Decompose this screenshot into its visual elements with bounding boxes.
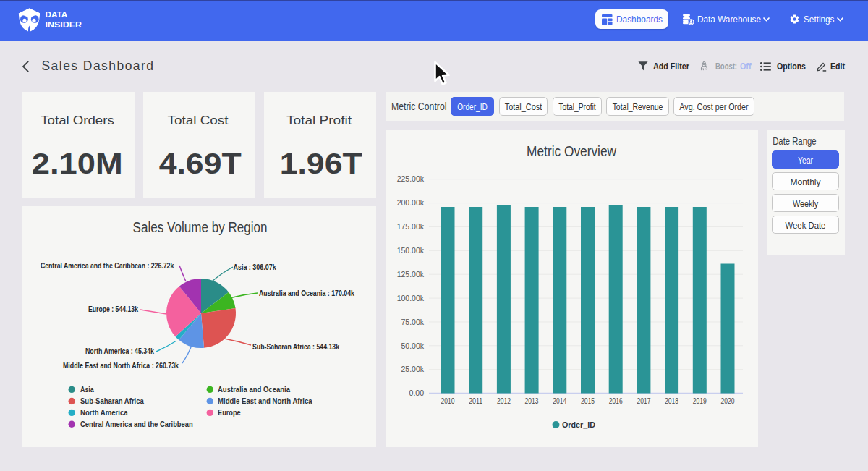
svg-text:Total Cost: Total Cost xyxy=(168,114,229,127)
svg-text:Metric Control: Metric Control xyxy=(391,101,447,112)
svg-text:2013: 2013 xyxy=(525,396,539,405)
svg-text:Middle East and North Africa :: Middle East and North Africa : 260.73k xyxy=(63,361,179,370)
svg-text:25.00k: 25.00k xyxy=(401,365,424,373)
svg-text:Monthly: Monthly xyxy=(790,177,820,187)
svg-text:Total Profit: Total Profit xyxy=(286,114,352,127)
svg-text:Total_Cost: Total_Cost xyxy=(505,101,542,112)
svg-text:2016: 2016 xyxy=(609,396,623,405)
svg-text:Order_ID: Order_ID xyxy=(457,101,488,112)
svg-text:Australia and Oceania : 170.04: Australia and Oceania : 170.04k xyxy=(259,289,355,297)
svg-text:Asia: Asia xyxy=(80,385,94,394)
svg-text:Australia and Oceania: Australia and Oceania xyxy=(218,385,290,394)
svg-text:DATA: DATA xyxy=(46,10,68,19)
svg-text:Data Warehouse: Data Warehouse xyxy=(697,14,761,25)
svg-text:150.00k: 150.00k xyxy=(397,246,425,255)
svg-text:Total_Revenue: Total_Revenue xyxy=(613,101,663,112)
svg-text:Settings: Settings xyxy=(804,14,835,25)
svg-text:Europe: Europe xyxy=(218,408,241,417)
svg-text:Weekly: Weekly xyxy=(793,198,818,209)
svg-text:Dashboards: Dashboards xyxy=(616,14,663,25)
svg-text:Total_Profit: Total_Profit xyxy=(558,101,596,112)
svg-text:Sub-Saharan Africa : 544.13k: Sub-Saharan Africa : 544.13k xyxy=(252,342,340,351)
svg-text:4.69T: 4.69T xyxy=(159,147,242,180)
svg-text:2.10M: 2.10M xyxy=(32,147,123,180)
svg-text:Options: Options xyxy=(777,61,806,72)
svg-text:1.96T: 1.96T xyxy=(280,147,362,180)
svg-text:200.00k: 200.00k xyxy=(397,198,425,207)
svg-text:Sales Volume by Region: Sales Volume by Region xyxy=(133,219,268,235)
svg-text:2017: 2017 xyxy=(637,396,650,405)
svg-text:Sub-Saharan Africa: Sub-Saharan Africa xyxy=(80,396,144,405)
svg-text:2011: 2011 xyxy=(469,396,482,405)
svg-text:Middle East and North Africa: Middle East and North Africa xyxy=(218,396,312,405)
svg-text:Off: Off xyxy=(740,61,752,72)
svg-text:Date Range: Date Range xyxy=(773,135,816,147)
svg-text:100.00k: 100.00k xyxy=(397,294,425,302)
svg-text:75.00k: 75.00k xyxy=(401,318,424,326)
svg-text:2014: 2014 xyxy=(553,396,566,405)
svg-text:2012: 2012 xyxy=(497,396,511,405)
svg-text:225.00k: 225.00k xyxy=(397,174,425,183)
svg-text:2010: 2010 xyxy=(441,396,455,405)
svg-text:50.00k: 50.00k xyxy=(401,341,424,350)
svg-text:0.00: 0.00 xyxy=(409,389,425,397)
svg-text:Total Orders: Total Orders xyxy=(41,114,114,127)
svg-text:2018: 2018 xyxy=(665,396,678,405)
svg-text:Year: Year xyxy=(798,155,814,166)
svg-text:2020: 2020 xyxy=(721,396,735,405)
svg-text:North America: North America xyxy=(80,408,128,417)
svg-text:2015: 2015 xyxy=(581,396,595,405)
svg-text:North America : 45.34k: North America : 45.34k xyxy=(85,347,155,355)
svg-text:Avg. Cost per Order: Avg. Cost per Order xyxy=(679,101,749,112)
svg-text:Central America and the Caribb: Central America and the Caribbean : 226.… xyxy=(41,261,174,270)
svg-text:INSIDER: INSIDER xyxy=(46,20,82,29)
svg-text:Edit: Edit xyxy=(830,61,846,72)
svg-text:Week Date: Week Date xyxy=(786,220,826,231)
svg-text:Order_ID: Order_ID xyxy=(562,420,595,429)
svg-text:Asia : 306.07k: Asia : 306.07k xyxy=(234,263,277,271)
svg-text:Boost:: Boost: xyxy=(715,61,737,72)
svg-text:125.00k: 125.00k xyxy=(397,270,425,279)
svg-text:2019: 2019 xyxy=(693,396,707,405)
svg-text:175.00k: 175.00k xyxy=(397,222,425,231)
svg-text:Add Filter: Add Filter xyxy=(653,61,689,72)
svg-text:Metric Overview: Metric Overview xyxy=(527,143,617,159)
svg-text:Central America and the Caribb: Central America and the Caribbean xyxy=(80,420,193,428)
svg-text:Europe : 544.13k: Europe : 544.13k xyxy=(88,305,139,313)
